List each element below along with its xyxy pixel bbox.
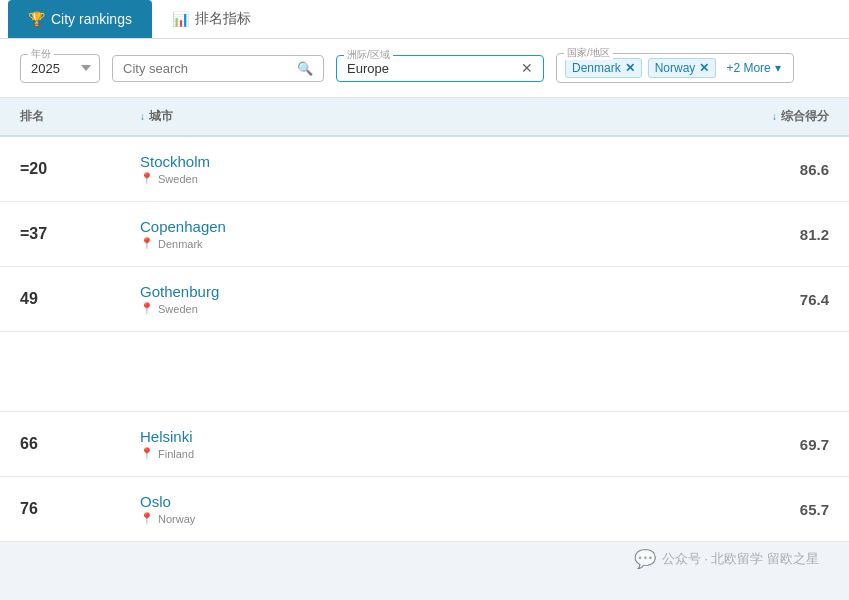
- more-label: +2 More: [726, 61, 770, 75]
- table-row: =37 Copenhagen 📍 Denmark 81.2: [0, 202, 849, 267]
- score-cell: 69.7: [679, 436, 829, 453]
- tag-denmark-label: Denmark: [572, 61, 621, 75]
- city-name-link[interactable]: Stockholm: [140, 153, 679, 170]
- chevron-down-icon: ▾: [775, 61, 781, 75]
- region-clear-icon[interactable]: ✕: [521, 61, 533, 75]
- region-input[interactable]: [347, 61, 515, 76]
- city-country: 📍 Denmark: [140, 237, 679, 250]
- tag-denmark-remove[interactable]: ✕: [625, 61, 635, 75]
- country-filter-group: 国家/地区 Denmark ✕ Norway ✕ +2 More ▾: [556, 53, 794, 83]
- score-cell: 65.7: [679, 501, 829, 518]
- tag-norway-label: Norway: [655, 61, 696, 75]
- year-label: 年份: [28, 47, 54, 61]
- score-cell: 81.2: [679, 226, 829, 243]
- table-row: 66 Helsinki 📍 Finland 69.7: [0, 412, 849, 477]
- tab-bar: 🏆 City rankings 📊 排名指标: [0, 0, 849, 39]
- table-row: =20 Stockholm 📍 Sweden 86.6: [0, 137, 849, 202]
- city-country: 📍 Finland: [140, 447, 679, 460]
- sort-city-icon: ↓: [140, 111, 145, 122]
- rankings-table: 排名 ↓ 城市 ↓ 综合得分 =20 Stockholm 📍 Sweden 86…: [0, 98, 849, 542]
- pin-icon: 📍: [140, 447, 154, 460]
- header-rank: 排名: [20, 108, 140, 125]
- score-cell: 76.4: [679, 291, 829, 308]
- tag-norway: Norway ✕: [648, 58, 717, 78]
- chart-icon: 📊: [172, 11, 189, 27]
- tab-ranking-indicators-label: 排名指标: [195, 10, 251, 28]
- city-name-link[interactable]: Helsinki: [140, 428, 679, 445]
- tab-city-rankings-label: City rankings: [51, 11, 132, 27]
- city-cell: Gothenburg 📍 Sweden: [140, 283, 679, 315]
- region-label: 洲际/区域: [344, 48, 393, 62]
- city-cell: Helsinki 📍 Finland: [140, 428, 679, 460]
- more-countries-button[interactable]: +2 More ▾: [722, 59, 784, 77]
- rank-cell: =20: [20, 160, 140, 178]
- region-filter-group: 洲际/区域 ✕: [336, 55, 544, 82]
- score-cell: 86.6: [679, 161, 829, 178]
- filters-bar: 年份 2025 2024 2023 🔍 洲际/区域 ✕ 国家/地区 Denmar…: [0, 39, 849, 98]
- search-icon: 🔍: [297, 61, 313, 76]
- city-search-input[interactable]: [123, 61, 291, 76]
- rank-cell: =37: [20, 225, 140, 243]
- rank-cell: 49: [20, 290, 140, 308]
- year-filter-group: 年份 2025 2024 2023: [20, 54, 100, 83]
- city-cell: Copenhagen 📍 Denmark: [140, 218, 679, 250]
- rank-cell: 76: [20, 500, 140, 518]
- city-name-link[interactable]: Copenhagen: [140, 218, 679, 235]
- pin-icon: 📍: [140, 512, 154, 525]
- city-search-input-wrap[interactable]: 🔍: [112, 55, 324, 82]
- header-score[interactable]: ↓ 综合得分: [679, 108, 829, 125]
- tag-norway-remove[interactable]: ✕: [699, 61, 709, 75]
- city-name-link[interactable]: Oslo: [140, 493, 679, 510]
- tag-denmark: Denmark ✕: [565, 58, 642, 78]
- city-cell: Stockholm 📍 Sweden: [140, 153, 679, 185]
- city-name-link[interactable]: Gothenburg: [140, 283, 679, 300]
- city-search-filter-group: 🔍: [112, 55, 324, 82]
- pin-icon: 📍: [140, 172, 154, 185]
- country-label: 国家/地区: [564, 46, 613, 60]
- city-country: 📍 Norway: [140, 512, 679, 525]
- city-country: 📍 Sweden: [140, 172, 679, 185]
- table-row: 49 Gothenburg 📍 Sweden 76.4: [0, 267, 849, 332]
- pin-icon: 📍: [140, 302, 154, 315]
- city-country: 📍 Sweden: [140, 302, 679, 315]
- rank-cell: 66: [20, 435, 140, 453]
- header-city[interactable]: ↓ 城市: [140, 108, 679, 125]
- pin-icon: 📍: [140, 237, 154, 250]
- table-header: 排名 ↓ 城市 ↓ 综合得分: [0, 98, 849, 137]
- sort-score-icon: ↓: [772, 111, 777, 122]
- tab-city-rankings[interactable]: 🏆 City rankings: [8, 0, 152, 38]
- trophy-icon: 🏆: [28, 11, 45, 27]
- empty-spacer-row: [0, 332, 849, 412]
- city-cell: Oslo 📍 Norway: [140, 493, 679, 525]
- table-row: 76 Oslo 📍 Norway 65.7: [0, 477, 849, 542]
- tab-ranking-indicators[interactable]: 📊 排名指标: [152, 0, 271, 38]
